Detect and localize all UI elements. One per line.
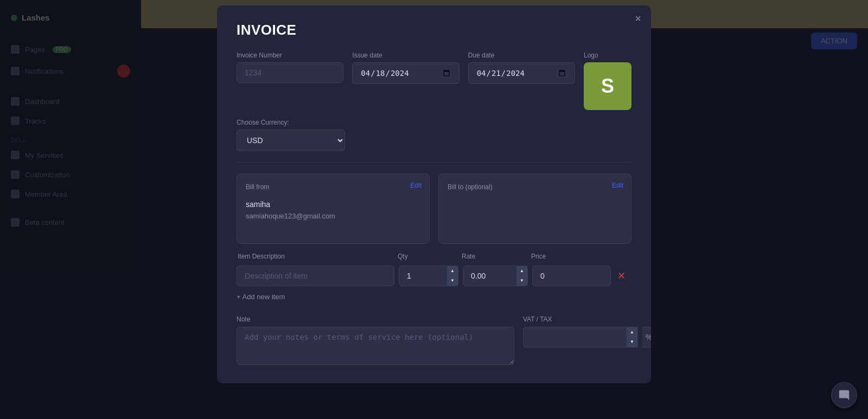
vat-increment-btn[interactable]: ▲ [627, 327, 637, 337]
note-label: Note [237, 315, 250, 323]
logo-box[interactable]: S [584, 62, 631, 110]
invoice-number-label: Invoice Number [237, 51, 343, 59]
item-rate-cell: ▲ ▼ [463, 266, 528, 286]
col-qty-header: Qty [398, 253, 457, 260]
due-date-label: Due date [468, 51, 575, 59]
vat-decrement-btn[interactable]: ▼ [627, 337, 637, 347]
item-price-cell [532, 266, 611, 286]
table-header-row: Item Description Qty Rate Price [237, 253, 631, 260]
add-item-button[interactable]: + Add new item [237, 291, 285, 303]
invoice-number-group: Invoice Number [237, 51, 343, 83]
col-rate-header: Rate [462, 253, 527, 260]
bill-row: Bill from Edit samiha samiahoque123@gmai… [237, 173, 631, 244]
form-row-top: Invoice Number Issue date Due date Logo … [237, 51, 631, 110]
item-delete-button[interactable]: ✕ [615, 268, 628, 284]
form-row-currency: Choose Currency: USD EUR GBP JPY CAD [237, 119, 631, 151]
table-row: ▲ ▼ ▲ ▼ ✕ [237, 266, 631, 286]
vat-group: VAT / TAX ▲ ▼ % [523, 314, 631, 367]
note-group: Note [237, 314, 514, 367]
bill-to-edit[interactable]: Edit [612, 182, 623, 189]
qty-decrement-btn[interactable]: ▼ [447, 276, 458, 286]
qty-spinner-btns: ▲ ▼ [447, 266, 458, 286]
due-date-group: Due date [468, 51, 575, 84]
bill-from-edit[interactable]: Edit [410, 182, 422, 189]
issue-date-input[interactable] [352, 62, 459, 84]
qty-spinner-wrap: ▲ ▼ [399, 266, 458, 286]
bill-from-label: Bill from [246, 183, 269, 191]
chat-button[interactable] [831, 382, 857, 408]
dialog-backdrop: × INVOICE Invoice Number Issue date Due … [0, 0, 868, 419]
rate-spinner-wrap: ▲ ▼ [463, 266, 528, 286]
bottom-row: Note VAT / TAX ▲ ▼ % [237, 314, 631, 367]
close-button[interactable]: × [635, 13, 641, 24]
rate-spinner-btns: ▲ ▼ [516, 266, 527, 286]
logo-label: Logo [584, 51, 631, 59]
bill-to-box: Bill to (optional) Edit [438, 173, 631, 244]
currency-label: Choose Currency: [237, 119, 345, 126]
qty-increment-btn[interactable]: ▲ [447, 266, 458, 276]
percent-symbol: % [642, 327, 651, 347]
bill-from-box: Bill from Edit samiha samiahoque123@gmai… [237, 173, 430, 244]
col-desc-header: Item Description [238, 253, 393, 260]
rate-increment-btn[interactable]: ▲ [516, 266, 527, 276]
modal-title: INVOICE [237, 22, 631, 38]
item-delete-cell: ✕ [615, 268, 631, 284]
invoice-modal: × INVOICE Invoice Number Issue date Due … [217, 5, 651, 383]
bill-from-email: samiahoque123@gmail.com [246, 212, 420, 220]
item-description-input[interactable] [237, 266, 394, 286]
vat-label: VAT / TAX [523, 315, 552, 323]
invoice-number-input[interactable] [237, 62, 343, 83]
bill-from-name: samiha [246, 200, 420, 209]
due-date-input[interactable] [468, 62, 575, 84]
item-desc-cell [237, 266, 394, 286]
vat-spinner-btns: ▲ ▼ [627, 327, 637, 347]
logo-letter: S [601, 75, 614, 98]
col-price-header: Price [531, 253, 610, 260]
issue-date-label: Issue date [352, 51, 459, 59]
note-textarea[interactable] [237, 327, 514, 365]
item-price-input[interactable] [532, 266, 611, 286]
vat-input[interactable] [523, 327, 638, 347]
logo-group: Logo S [584, 51, 631, 110]
vat-input-wrap: ▲ ▼ [523, 327, 638, 347]
item-qty-cell: ▲ ▼ [399, 266, 458, 286]
rate-decrement-btn[interactable]: ▼ [516, 276, 527, 286]
currency-group: Choose Currency: USD EUR GBP JPY CAD [237, 119, 345, 151]
chat-icon [838, 389, 850, 401]
bill-to-label: Bill to (optional) [448, 183, 493, 191]
issue-date-group: Issue date [352, 51, 459, 84]
divider-1 [237, 162, 631, 163]
currency-select[interactable]: USD EUR GBP JPY CAD [237, 130, 345, 151]
